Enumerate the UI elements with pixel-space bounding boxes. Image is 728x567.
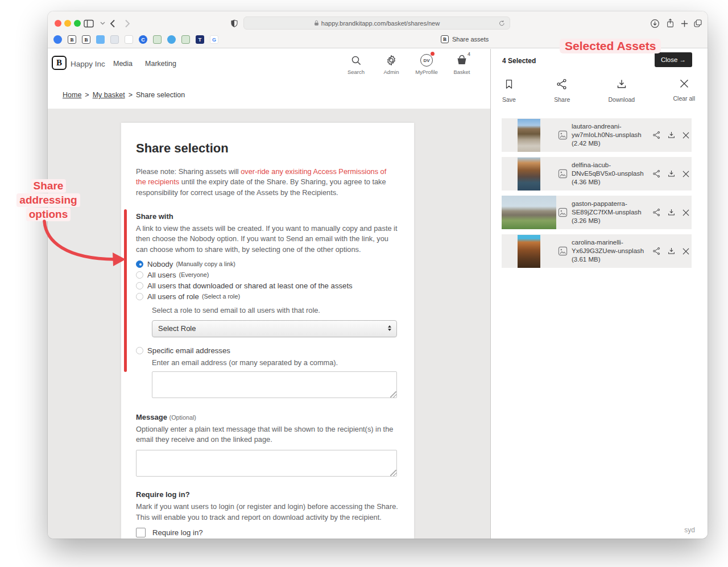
radio-hint: (Everyone) — [179, 271, 209, 278]
nav-item-media[interactable]: Media — [113, 60, 133, 68]
minimize-window-button[interactable] — [64, 20, 71, 27]
share-asset-icon[interactable] — [652, 208, 661, 217]
optional-tag: (Optional) — [169, 414, 196, 421]
search-button[interactable]: Search — [344, 53, 369, 75]
bookmark-favicon[interactable] — [181, 35, 190, 44]
radio-label: All users — [147, 271, 176, 279]
bookmark-favicon[interactable]: B — [68, 35, 76, 44]
radio-all-users-of-role[interactable]: All users of role (Select a role) — [136, 292, 398, 301]
select-arrows-icon — [388, 325, 391, 331]
download-asset-icon[interactable] — [667, 247, 676, 255]
search-label: Search — [348, 69, 365, 75]
radio-all-users-downloaded[interactable]: All users that downloaded or shared at l… — [136, 282, 398, 290]
remove-asset-icon[interactable] — [682, 209, 690, 217]
profile-avatar: DV — [420, 53, 433, 67]
notification-dot — [431, 52, 435, 56]
require-login-checkbox[interactable] — [136, 528, 146, 537]
radio-nobody[interactable]: Nobody (Manually copy a link) — [136, 260, 398, 268]
browser-toolbar: happy.brandkitapp.com/basket/shares/new — [48, 11, 708, 34]
message-description: Optionally enter a plain text message th… — [136, 424, 398, 445]
radio-icon[interactable] — [136, 347, 143, 354]
share-asset-icon[interactable] — [652, 169, 661, 178]
download-label: Download — [609, 96, 635, 103]
save-button[interactable]: Save — [502, 78, 516, 103]
radio-label: All users that downloaded or shared at l… — [147, 282, 353, 290]
remove-asset-icon[interactable] — [682, 247, 690, 255]
privacy-shield-icon[interactable] — [229, 18, 240, 29]
asset-name: carolina-marinelli-Yx6J9G3ZUew-unsplash … — [572, 238, 652, 264]
share-with-description: A link to view the assets will be create… — [136, 224, 398, 254]
tab-share-assets[interactable]: B Share assets — [441, 35, 489, 43]
require-login-heading: Require log in? — [136, 490, 398, 499]
clear-all-button[interactable]: Clear all — [673, 78, 695, 103]
breadcrumb-home[interactable]: Home — [63, 91, 81, 99]
share-with-heading: Share with — [136, 212, 398, 221]
radio-selected-icon[interactable] — [136, 260, 143, 268]
url-bar[interactable]: happy.brandkitapp.com/basket/shares/new — [243, 16, 510, 30]
bookmark-favicon[interactable] — [53, 35, 62, 44]
watermark: syd — [684, 526, 695, 534]
admin-button[interactable]: Admin — [379, 53, 404, 75]
search-icon — [351, 53, 362, 67]
reload-icon[interactable] — [498, 19, 506, 28]
basket-button[interactable]: 4 Basket — [449, 53, 474, 75]
asset-thumbnail[interactable] — [518, 119, 540, 152]
share-sheet-icon[interactable] — [664, 18, 676, 29]
myprofile-button[interactable]: DV MyProfile — [414, 53, 439, 75]
share-asset-icon[interactable] — [652, 247, 661, 255]
radio-all-users[interactable]: All users (Everyone) — [136, 271, 398, 279]
radio-label: All users of role — [147, 292, 199, 301]
email-addresses-input[interactable] — [152, 371, 397, 398]
bookmark-favicon[interactable]: B — [82, 35, 90, 44]
role-select[interactable]: Select Role — [152, 320, 397, 337]
nav-item-marketing[interactable]: Marketing — [145, 60, 176, 68]
download-asset-icon[interactable] — [667, 208, 676, 217]
back-button[interactable] — [107, 18, 118, 29]
bookmark-favicon[interactable]: T — [196, 35, 204, 44]
remove-asset-icon[interactable] — [682, 131, 690, 139]
radio-icon[interactable] — [136, 293, 143, 300]
forward-button[interactable] — [122, 18, 133, 29]
radio-icon[interactable] — [136, 282, 143, 289]
annotation-selected-assets: Selected Assets — [560, 39, 661, 53]
radio-label: Specific email addresses — [147, 346, 230, 355]
radio-icon[interactable] — [136, 271, 143, 279]
email-help-text: Enter an email address (or many separate… — [152, 358, 398, 368]
asset-thumbnail[interactable] — [518, 158, 540, 191]
bookmark-favicon[interactable] — [96, 35, 105, 44]
close-window-button[interactable] — [55, 20, 61, 27]
share-asset-icon[interactable] — [652, 131, 661, 139]
require-login-checkbox-row[interactable]: Require log in? — [136, 528, 398, 537]
bookmark-favicon[interactable] — [125, 35, 133, 44]
close-panel-button[interactable]: Close → — [655, 52, 692, 67]
bookmark-favicon[interactable] — [167, 35, 176, 44]
radio-specific-emails[interactable]: Specific email addresses — [136, 346, 398, 355]
downloads-icon[interactable] — [649, 18, 660, 29]
download-asset-icon[interactable] — [667, 169, 676, 178]
role-select-value: Select Role — [158, 324, 196, 333]
share-button[interactable]: Share — [554, 78, 570, 103]
sidebar-icon[interactable] — [83, 18, 94, 29]
tab-overview-icon[interactable] — [692, 18, 704, 29]
message-input[interactable] — [136, 450, 397, 477]
site-name: Happy Inc — [71, 60, 105, 68]
bookmark-favicon[interactable] — [153, 35, 162, 44]
download-asset-icon[interactable] — [667, 131, 676, 139]
download-icon — [616, 78, 627, 92]
bookmark-favicon[interactable]: G — [210, 35, 218, 44]
annotation-share-addressing: Share addressing options — [11, 179, 85, 222]
zoom-window-button[interactable] — [74, 20, 81, 27]
bookmark-favicon[interactable] — [110, 35, 119, 44]
breadcrumb-my-basket[interactable]: My basket — [93, 91, 125, 99]
bookmark-favicon[interactable]: C — [139, 35, 147, 44]
asset-thumbnail[interactable] — [502, 196, 556, 229]
asset-thumbnail[interactable] — [518, 235, 540, 268]
breadcrumb: Home>My basket>Share selection — [63, 91, 185, 99]
remove-asset-icon[interactable] — [682, 170, 690, 178]
chevron-down-icon[interactable] — [97, 18, 108, 29]
asset-row: carolina-marinelli-Yx6J9G3ZUew-unsplash … — [502, 234, 692, 268]
breadcrumb-separator: > — [85, 91, 89, 99]
brandkit-logo-icon[interactable]: B — [52, 56, 67, 70]
new-tab-icon[interactable] — [679, 18, 690, 29]
download-button[interactable]: Download — [609, 78, 635, 103]
